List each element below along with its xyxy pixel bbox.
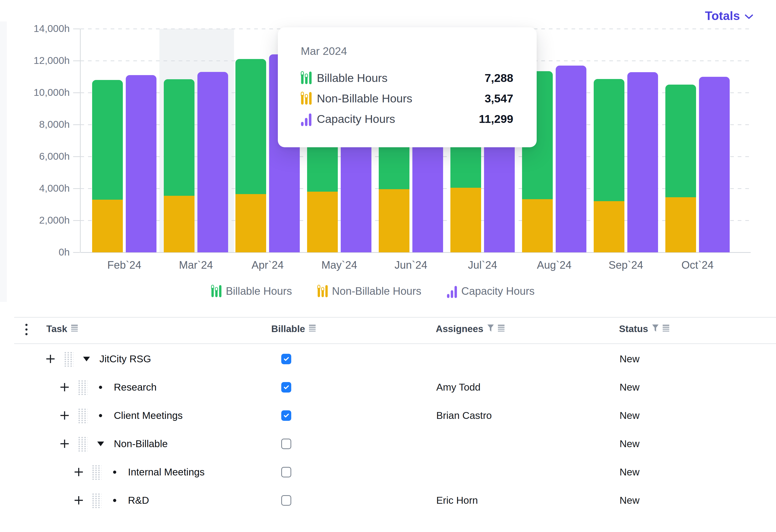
billable-bar-Mar`24[interactable] <box>164 79 194 196</box>
add-subtask-button[interactable] <box>73 464 84 480</box>
capacity-bar-Aug`24[interactable] <box>556 65 586 252</box>
billable-checkbox[interactable] <box>281 354 291 364</box>
task-name-cell: Internal Meetings <box>128 464 205 480</box>
column-menu-icon[interactable] <box>498 324 505 334</box>
drag-handle-icon[interactable] <box>77 380 87 395</box>
task-name: Research <box>114 382 157 393</box>
table-menu-kebab-icon[interactable] <box>25 324 27 335</box>
drag-handle-icon[interactable] <box>77 436 87 452</box>
billable-bar-Apr`24[interactable] <box>235 59 266 194</box>
y-axis-tick-label: 0h <box>7 246 70 258</box>
add-subtask-button[interactable] <box>73 495 84 506</box>
non-billable-bar-Feb`24[interactable] <box>92 200 123 252</box>
tooltip-row: Capacity Hours 11,299 <box>301 112 513 126</box>
non-billable-bar-Jun`24[interactable] <box>379 189 409 252</box>
column-menu-icon[interactable] <box>309 324 316 334</box>
column-header-assignees: Assignees <box>436 324 505 334</box>
legend-item[interactable]: Capacity Hours <box>447 284 535 298</box>
non-billable-bar-Jul`24[interactable] <box>450 188 481 252</box>
tooltip-row: Non-Billable Hours 3,547 <box>301 91 513 105</box>
capacity-bar-Oct`24[interactable] <box>699 77 730 252</box>
billable-cell <box>281 407 291 424</box>
drag-handle-icon[interactable] <box>91 493 102 508</box>
add-subtask-button[interactable] <box>59 382 70 392</box>
capacity-bar-Feb`24[interactable] <box>126 75 157 252</box>
add-subtask-button[interactable] <box>59 407 70 424</box>
drag-handle[interactable] <box>91 464 102 480</box>
add-subtask-button[interactable] <box>59 379 70 395</box>
billable-checkbox[interactable] <box>281 438 291 449</box>
billable-checkbox[interactable] <box>281 410 291 421</box>
billable-cell <box>281 351 291 367</box>
add-subtask-button[interactable] <box>73 492 84 509</box>
drag-handle[interactable] <box>77 379 87 395</box>
left-gutter <box>0 21 7 302</box>
leaf-bullet <box>113 492 116 509</box>
totals-dropdown[interactable]: Totals <box>705 9 753 23</box>
non-billable-bar-May`24[interactable] <box>307 192 338 252</box>
non-billable-bar-Oct`24[interactable] <box>665 197 696 252</box>
billable-checkbox[interactable] <box>281 467 291 477</box>
x-axis-month-label: Jul`24 <box>447 259 518 271</box>
legend-label: Non-Billable Hours <box>332 285 421 297</box>
leaf-bullet <box>99 407 102 424</box>
expand-toggle[interactable] <box>83 351 90 367</box>
capacity-bar-Sep`24[interactable] <box>627 72 658 252</box>
capacity-bars-icon <box>301 111 313 126</box>
expand-toggle[interactable] <box>97 435 104 452</box>
drag-handle[interactable] <box>91 492 102 509</box>
drag-handle-icon[interactable] <box>63 351 73 367</box>
collapse-arrow-icon[interactable] <box>83 357 90 361</box>
status-cell: New <box>619 379 639 395</box>
legend-bars-icon <box>301 71 312 84</box>
column-header-task: Task <box>46 324 78 334</box>
task-name-cell: R&D <box>128 492 149 509</box>
add-subtask-button[interactable] <box>45 354 56 364</box>
x-axis-month-label: Feb`24 <box>88 259 160 271</box>
legend-item[interactable]: Billable Hours <box>211 284 292 298</box>
drag-handle[interactable] <box>77 435 87 452</box>
non-billable-bar-Apr`24[interactable] <box>235 194 266 252</box>
x-axis-month-label: Sep`24 <box>590 259 662 271</box>
add-subtask-button[interactable] <box>59 410 70 421</box>
billable-cell <box>281 379 291 395</box>
capacity-bar-Mar`24[interactable] <box>197 72 228 252</box>
billable-bar-Feb`24[interactable] <box>92 80 123 200</box>
legend-label: Billable Hours <box>226 285 292 297</box>
billable-bar-Oct`24[interactable] <box>665 84 696 197</box>
filter-icon[interactable] <box>652 324 659 334</box>
legend-item[interactable]: Non-Billable Hours <box>317 284 421 298</box>
non-billable-bar-Aug`24[interactable] <box>522 199 553 252</box>
status-value: New <box>619 495 639 506</box>
task-name: Non-Billable <box>114 438 168 450</box>
task-name: R&D <box>128 495 149 506</box>
task-name: Internal Meetings <box>128 467 205 478</box>
add-subtask-button[interactable] <box>59 438 70 449</box>
collapse-arrow-icon[interactable] <box>97 441 104 446</box>
drag-handle[interactable] <box>77 407 87 424</box>
y-axis-tick-label: 4,000h <box>7 183 70 194</box>
chart-tooltip: Mar 2024 Billable Hours 7,288 Non-Billab… <box>278 27 537 147</box>
non-billable-bar-Mar`24[interactable] <box>164 196 194 252</box>
billable-bar-Sep`24[interactable] <box>594 79 624 201</box>
add-subtask-button[interactable] <box>45 351 56 367</box>
billable-checkbox[interactable] <box>281 382 291 392</box>
tooltip-series-label: Capacity Hours <box>317 112 395 126</box>
add-subtask-button[interactable] <box>59 435 70 452</box>
task-name-cell: Non-Billable <box>114 435 168 452</box>
non-billable-bar-Sep`24[interactable] <box>594 201 624 252</box>
non-billable-bars-icon <box>317 285 328 298</box>
column-menu-icon[interactable] <box>71 324 78 334</box>
drag-handle[interactable] <box>63 351 73 367</box>
column-menu-icon[interactable] <box>663 324 669 334</box>
y-axis-tick-label: 10,000h <box>7 87 70 98</box>
drag-handle-icon[interactable] <box>91 465 102 480</box>
assignees-cell: Eric Horn <box>436 492 478 509</box>
tooltip-series-label: Non-Billable Hours <box>317 92 412 105</box>
add-subtask-button[interactable] <box>73 467 84 477</box>
filter-icon[interactable] <box>487 324 494 334</box>
column-header-status: Status <box>619 324 669 334</box>
billable-checkbox[interactable] <box>281 495 291 506</box>
legend-bars-icon <box>301 92 312 105</box>
drag-handle-icon[interactable] <box>77 408 87 423</box>
